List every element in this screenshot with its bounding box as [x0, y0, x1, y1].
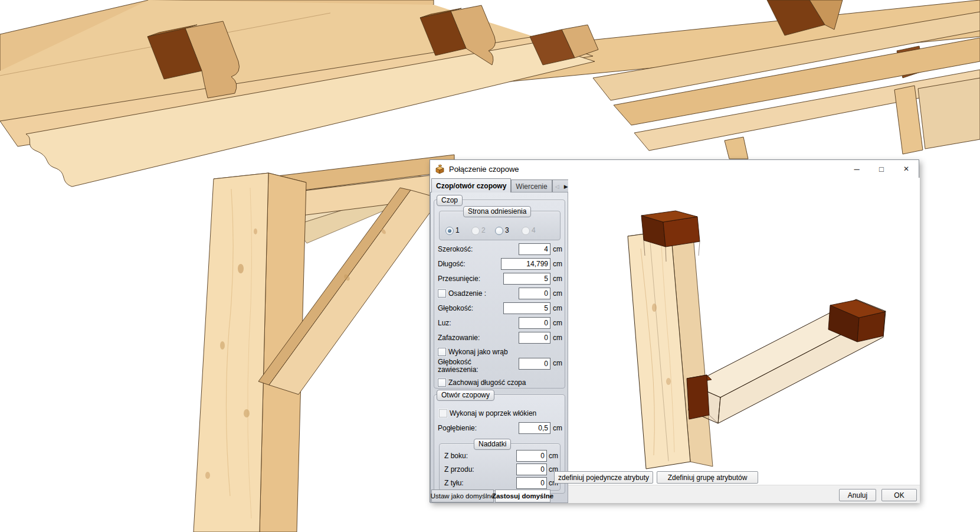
define-single-attributes-button[interactable]: zdefiniuj pojedyncze atrybuty — [554, 471, 653, 484]
unit-label: cm — [549, 452, 558, 460]
tab-scroll-left-icon[interactable]: ◁ — [553, 184, 562, 190]
joint-preview-viewport[interactable] — [568, 178, 920, 485]
zawieszenie-label: Głębokość zawieszenia: — [438, 358, 497, 374]
set-as-default-button[interactable]: Ustaw jako domyślne — [431, 489, 494, 502]
minimize-icon[interactable]: ─ — [844, 160, 869, 178]
dialog-footer: Anuluj OK — [568, 485, 920, 503]
zawieszenie-input[interactable] — [519, 358, 550, 370]
dialog-titlebar[interactable]: Połączenie czopowe ─ □ ✕ — [430, 160, 919, 178]
unit-label: cm — [553, 319, 562, 327]
group-strona-label: Strona odniesienia — [463, 206, 531, 217]
radio-side-4-label: 4 — [532, 226, 536, 234]
ok-button[interactable]: OK — [881, 489, 917, 501]
field-z-przodu: Z przodu: cm — [440, 464, 560, 476]
field-z-boku: Z boku: cm — [440, 450, 560, 462]
field-label: Zafazowanie: — [438, 334, 480, 342]
field-przesuniecie: Przesunięcie: cm — [434, 273, 565, 285]
tab-czop-otwor[interactable]: Czop/otwór czopowy — [431, 178, 511, 192]
close-icon[interactable]: ✕ — [894, 160, 919, 178]
group-otwor-label: Otwór czopowy — [437, 390, 494, 401]
poprzek-wlokien-checkbox — [439, 409, 447, 417]
zafazowanie-input[interactable] — [519, 332, 550, 344]
app-window: Połączenie czopowe ─ □ ✕ Czop/otwór czop… — [0, 0, 980, 532]
luz-input[interactable] — [519, 317, 550, 329]
group-naddatki-label: Naddatki — [474, 439, 511, 450]
tenon-app-icon — [435, 164, 445, 174]
wykonaj-jako-wrab-checkbox[interactable] — [438, 348, 446, 356]
szerokosc-input[interactable] — [519, 243, 550, 255]
field-label: Szerokość: — [438, 245, 473, 253]
osadzenie-input[interactable] — [519, 288, 550, 299]
field-label: Pogłębienie: — [438, 424, 477, 432]
radio-side-2-label: 2 — [481, 226, 486, 234]
field-label: Z tyłu: — [444, 479, 464, 487]
field-label: Głębokość: — [438, 304, 473, 312]
poprzek-wlokien-label: Wykonaj w poprzek włókien — [450, 409, 536, 417]
zachowaj-dlugosc-checkbox[interactable] — [438, 378, 446, 387]
group-naddatki: Naddatki Z boku: cm Z przodu: cm Z tyłu: — [439, 443, 561, 491]
field-poglebienie: Pogłębienie: cm — [434, 422, 565, 435]
field-osadzenie: Osadzenie : cm — [434, 288, 565, 300]
tab-wiercenie[interactable]: Wiercenie — [511, 179, 552, 192]
dlugosc-input[interactable] — [501, 258, 550, 270]
unit-label: cm — [553, 245, 562, 253]
group-strona-odniesienia: Strona odniesienia 1 2 3 4 — [439, 211, 561, 240]
group-czop: Czop Strona odniesienia 1 2 3 4 Szerokoś… — [434, 200, 565, 389]
field-z-tylu: Z tyłu: cm — [440, 477, 560, 489]
unit-label: cm — [553, 334, 562, 342]
field-label: Osadzenie : — [448, 289, 486, 298]
field-dlugosc: Długość: cm — [434, 258, 565, 270]
maximize-icon[interactable]: □ — [869, 160, 894, 178]
group-czop-label: Czop — [437, 195, 463, 206]
zachowaj-row: Zachowaj długość czopa — [434, 377, 565, 388]
field-glebokosc: Głębokość: cm — [434, 302, 565, 315]
field-luz: Luz: cm — [434, 317, 565, 329]
unit-label: cm — [553, 359, 562, 367]
z-tylu-input[interactable] — [516, 477, 547, 489]
unit-label: cm — [553, 289, 562, 298]
radio-side-2 — [471, 227, 480, 235]
apply-default-button[interactable]: Zastosuj domyślne — [495, 489, 550, 502]
wrab-row: Wykonaj jako wrąb — [434, 347, 565, 357]
tenon-joint-dialog: Połączenie czopowe ─ □ ✕ Czop/otwór czop… — [430, 159, 919, 502]
poglebienie-input[interactable] — [519, 422, 550, 434]
radio-side-4 — [522, 227, 530, 235]
dialog-title: Połączenie czopowe — [449, 165, 519, 174]
field-label: Z boku: — [444, 452, 468, 460]
radio-side-3[interactable] — [495, 227, 503, 235]
field-label: Długość: — [438, 260, 466, 268]
field-szerokosc: Szerokość: cm — [434, 243, 565, 256]
glebokosc-input[interactable] — [503, 302, 550, 314]
unit-label: cm — [553, 304, 562, 312]
przesuniecie-input[interactable] — [503, 273, 550, 285]
zawieszenie-row: Głębokość zawieszenia: cm — [434, 357, 565, 378]
zachowaj-dlugosc-label: Zachowaj długość czopa — [448, 378, 526, 387]
z-przodu-input[interactable] — [516, 464, 547, 475]
group-otwor-czopowy: Otwór czopowy Wykonaj w poprzek włókien … — [434, 394, 565, 494]
field-zafazowanie: Zafazowanie: cm — [434, 332, 565, 344]
define-attribute-group-button[interactable]: Zdefiniuj grupę atrybutów — [657, 471, 758, 484]
field-label: Z przodu: — [444, 465, 474, 474]
radio-side-3-label: 3 — [505, 226, 509, 234]
radio-side-1-label: 1 — [455, 226, 460, 234]
poprzek-row: Wykonaj w poprzek włókien — [434, 408, 565, 419]
form-panel: Czop Strona odniesienia 1 2 3 4 Szerokoś… — [430, 192, 568, 503]
wykonaj-jako-wrab-label: Wykonaj jako wrąb — [448, 348, 508, 356]
field-label: Przesunięcie: — [438, 275, 480, 283]
preview-post — [628, 230, 713, 469]
cancel-button[interactable]: Anuluj — [839, 489, 876, 501]
unit-label: cm — [553, 424, 562, 432]
osadzenie-checkbox[interactable] — [438, 289, 446, 298]
radio-side-1[interactable] — [445, 227, 454, 235]
field-label: Luz: — [438, 319, 451, 327]
unit-label: cm — [553, 275, 562, 283]
z-boku-input[interactable] — [516, 450, 547, 462]
unit-label: cm — [553, 260, 562, 268]
dialog-tabstrip: Czop/otwór czopowy Wiercenie ◁ ▶ — [431, 178, 571, 192]
